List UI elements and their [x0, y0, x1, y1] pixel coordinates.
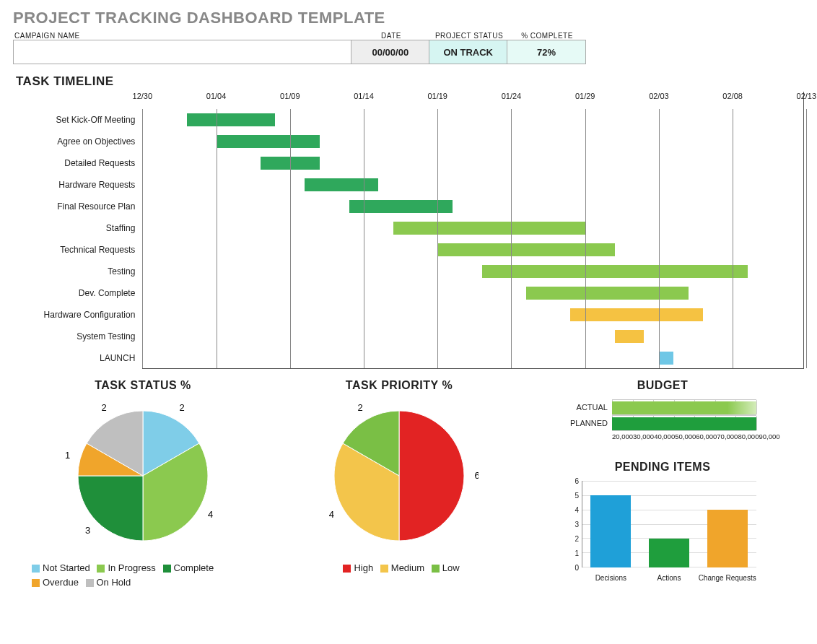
pending-ytick: 5: [569, 492, 579, 500]
gantt-task-label: Agree on Objectives: [13, 131, 142, 152]
gantt-task-label: Hardware Requests: [13, 174, 142, 196]
gantt-task-label: Dev. Complete: [13, 282, 142, 304]
priority-title: TASK PRIORITY %: [346, 379, 453, 392]
gantt-tick: 02/08: [722, 92, 743, 100]
date-field[interactable]: 00/00/00: [351, 40, 429, 64]
gantt-tick: 01/29: [575, 92, 595, 100]
gantt-tick: 12/30: [133, 92, 153, 100]
gantt-tick: 02/03: [649, 92, 669, 100]
gantt-bar: [437, 243, 614, 256]
gantt-bar: [349, 200, 453, 213]
priority-legend: High Medium Low: [284, 561, 515, 575]
pending-xlabel: Actions: [637, 574, 702, 582]
budget-title: BUDGET: [637, 379, 689, 392]
pending-ytick: 4: [569, 506, 579, 514]
pending-xlabel: Decisions: [578, 574, 643, 582]
pending-ytick: 2: [569, 535, 579, 543]
gantt-task-label: Hardware Configuration: [13, 304, 142, 326]
gantt-task-label: Detailed Requests: [13, 152, 142, 174]
gantt-bar: [187, 113, 276, 126]
gantt-bar: [217, 135, 320, 148]
legend-low: Low: [442, 562, 460, 573]
label-status: PROJECT STATUS: [430, 32, 508, 40]
status-legend: Not Started In Progress Complete Overdue…: [27, 561, 258, 589]
pending-title: PENDING ITEMS: [615, 461, 711, 474]
pie-label: 2: [179, 402, 184, 413]
gantt-task-label: Final Resource Plan: [13, 196, 142, 217]
gantt-task-label: Technical Requests: [13, 239, 142, 261]
pct-complete-field[interactable]: 72%: [507, 40, 585, 64]
legend-in-progress: In Progress: [108, 562, 155, 573]
budget-label: ACTUAL: [569, 403, 612, 412]
pending-ytick: 1: [569, 549, 579, 557]
gantt-tick: 01/24: [502, 92, 522, 100]
gantt-task-label: LAUNCH: [13, 347, 142, 369]
gantt-tick: 01/09: [280, 92, 300, 100]
gantt-bar: [482, 265, 748, 278]
budget-tick: 60,000: [696, 432, 717, 440]
pie-label: 2: [101, 402, 106, 413]
pending-xlabel: Change Requests: [695, 574, 760, 582]
pie-slice: [399, 411, 464, 541]
gantt-bar: [659, 352, 673, 365]
section-timeline: TASK TIMELINE: [16, 74, 804, 89]
label-campaign-name: CAMPAIGN NAME: [13, 32, 352, 40]
legend-medium: Medium: [391, 562, 424, 573]
status-pie: 24312: [64, 396, 222, 555]
pie-label: 2: [357, 402, 362, 413]
budget-tick: 20,000: [612, 432, 633, 440]
budget-tick: 90,000: [759, 432, 779, 440]
pending-bar: [590, 495, 631, 567]
budget-tick: 80,000: [738, 432, 759, 440]
gantt-bar: [393, 222, 585, 235]
legend-complete: Complete: [174, 562, 214, 573]
status-field[interactable]: ON TRACK: [429, 40, 507, 64]
priority-pie: 642: [320, 396, 479, 555]
label-date: DATE: [352, 32, 430, 40]
pending-ytick: 6: [569, 477, 579, 485]
gantt-tick: 02/13: [797, 92, 817, 100]
gantt-bar: [570, 308, 703, 321]
pie-label: 4: [329, 509, 334, 520]
budget-tick: 70,000: [717, 432, 738, 440]
budget-bar: [612, 401, 756, 414]
pie-label: 6: [474, 470, 479, 481]
pending-bar: [707, 510, 748, 567]
legend-on-hold: On Hold: [97, 577, 131, 588]
label-pct: % COMPLETE: [508, 32, 586, 40]
header-labels: CAMPAIGN NAME DATE PROJECT STATUS % COMP…: [13, 32, 804, 40]
pie-label: 1: [65, 450, 70, 461]
header-values: 00/00/00 ON TRACK 72%: [13, 40, 586, 64]
gantt-tick: 01/14: [354, 92, 374, 100]
legend-not-started: Not Started: [43, 562, 90, 573]
budget-label: PLANNED: [569, 419, 612, 427]
campaign-name-field[interactable]: [14, 40, 351, 64]
gantt-chart: Set Kick-Off MeetingAgree on ObjectivesD…: [13, 92, 804, 369]
gantt-bar: [615, 330, 645, 343]
pie-label: 3: [85, 525, 90, 536]
gantt-bar: [526, 287, 689, 300]
budget-chart: ACTUALPLANNED20,00030,00040,00050,00060,…: [569, 399, 756, 440]
budget-tick: 50,000: [675, 432, 696, 440]
gantt-bar: [305, 178, 378, 191]
gantt-tick: 01/04: [206, 92, 227, 100]
pending-ytick: 0: [569, 564, 579, 572]
gantt-task-label: System Testing: [13, 326, 142, 347]
pending-chart: 0123456DecisionsActionsChange Requests: [569, 481, 756, 582]
budget-tick: 40,000: [654, 432, 675, 440]
gantt-task-label: Staffing: [13, 217, 142, 239]
pie-label: 4: [208, 509, 213, 520]
page-title: PROJECT TRACKING DASHBOARD TEMPLATE: [13, 9, 804, 27]
gantt-task-label: Set Kick-Off Meeting: [13, 109, 142, 131]
pending-ytick: 3: [569, 521, 579, 528]
budget-bar: [612, 417, 756, 430]
gantt-tick: 01/19: [427, 92, 447, 100]
budget-tick: 30,000: [633, 432, 654, 440]
pending-bar: [649, 539, 689, 567]
status-title: TASK STATUS %: [95, 379, 191, 392]
legend-high: High: [354, 562, 373, 573]
legend-overdue: Overdue: [43, 577, 79, 588]
gantt-task-label: Testing: [13, 261, 142, 282]
